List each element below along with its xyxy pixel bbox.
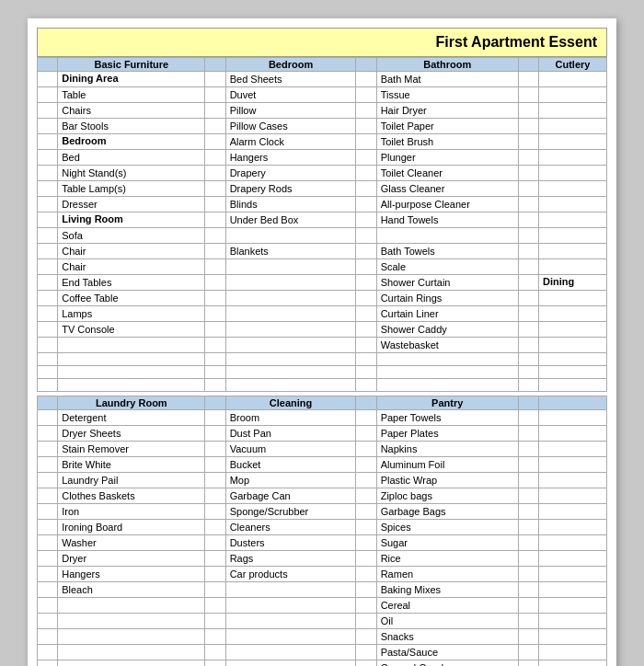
col4-sec2-check <box>518 582 538 598</box>
col4-cell <box>538 212 606 228</box>
col2-check <box>205 379 225 392</box>
table-row: Dining AreaBed SheetsBath Mat <box>38 72 607 87</box>
laundry-check <box>38 473 58 488</box>
col4-check <box>518 338 538 353</box>
col4-sec2-cell <box>538 582 606 598</box>
col3-check <box>356 150 376 166</box>
cleaning-cell: Sponge/Scrubber <box>225 504 356 520</box>
col4-check <box>518 244 538 259</box>
col4-check <box>518 166 538 181</box>
laundry-check <box>38 457 58 473</box>
col3-check <box>356 166 376 181</box>
col4-sec2-cell <box>538 660 606 667</box>
col4-check <box>518 87 538 103</box>
cleaning-check <box>205 410 225 426</box>
col1-cell <box>58 338 205 353</box>
cleaning-check <box>205 535 225 551</box>
col3-check <box>356 87 376 103</box>
col4-cell <box>538 228 606 244</box>
table-row <box>38 366 607 379</box>
col2-header: Bedroom <box>225 58 356 72</box>
col4-sec2-cell <box>538 504 606 520</box>
cleaning-cell <box>225 598 356 614</box>
table-row: ChairsPillowHair Dryer <box>38 103 607 119</box>
col2-cell <box>225 366 356 379</box>
col4-check <box>518 275 538 291</box>
col1-cell: TV Console <box>58 322 205 338</box>
cleaning-header: Cleaning <box>225 396 356 410</box>
col3-cell <box>376 379 518 392</box>
col4-sec2-cell <box>538 551 606 567</box>
table-row: Wastebasket <box>38 338 607 353</box>
col1-cell: Dresser <box>58 197 205 212</box>
col2-cell <box>225 322 356 338</box>
cleaning-check <box>205 567 225 582</box>
table-row: WasherDustersSugar <box>38 535 607 551</box>
col1-check <box>38 366 58 379</box>
cleaning-check <box>205 457 225 473</box>
table-row: Snacks <box>38 629 607 645</box>
laundry-cell: Ironing Board <box>58 520 205 535</box>
pantry-check <box>356 567 376 582</box>
col3-cell: Curtain Rings <box>376 291 518 306</box>
col1-cell: Bedroom <box>58 134 205 150</box>
col4-check <box>518 72 538 87</box>
laundry-cell: Iron <box>58 504 205 520</box>
col3-cell: Curtain Liner <box>376 306 518 322</box>
col1-cell <box>58 353 205 366</box>
col2-check <box>205 366 225 379</box>
col1-check <box>38 291 58 306</box>
col2-cell <box>225 353 356 366</box>
col3-cell: Hand Towels <box>376 212 518 228</box>
col3-cell: Glass Cleaner <box>376 181 518 197</box>
table-row: LampsCurtain Liner <box>38 306 607 322</box>
pantry-cell: Sugar <box>376 535 518 551</box>
col4-cell <box>538 322 606 338</box>
col3-cell <box>376 228 518 244</box>
col2-check <box>205 275 225 291</box>
col4-sec2-check <box>518 614 538 629</box>
table-row: IronSponge/ScrubberGarbage Bags <box>38 504 607 520</box>
col2-cell: Blinds <box>225 197 356 212</box>
table-row: Ironing BoardCleanersSpices <box>38 520 607 535</box>
pantry-check <box>356 442 376 457</box>
col4-check <box>518 134 538 150</box>
col3-check <box>356 181 376 197</box>
pantry-cell: Rice <box>376 551 518 567</box>
laundry-check <box>38 660 58 667</box>
pantry-cell: Aluminum Foil <box>376 457 518 473</box>
col4-check <box>518 197 538 212</box>
col1-cell: Chair <box>58 259 205 275</box>
col1-cell: Lamps <box>58 306 205 322</box>
col3-cell: Wastebasket <box>376 338 518 353</box>
laundry-cell: Detergent <box>58 410 205 426</box>
col2-cell <box>225 228 356 244</box>
col4-sec2-check <box>518 660 538 667</box>
col3-cell: Bath Towels <box>376 244 518 259</box>
col1-check <box>38 212 58 228</box>
col1-check <box>38 353 58 366</box>
col4-check <box>518 228 538 244</box>
col4-cell <box>538 244 606 259</box>
col1-cell: Table Lamp(s) <box>58 181 205 197</box>
col2-cell: Hangers <box>225 150 356 166</box>
col4-sec2-check <box>518 645 538 660</box>
col2-check <box>205 322 225 338</box>
pantry-check <box>356 598 376 614</box>
pantry-check <box>356 504 376 520</box>
laundry-check <box>38 598 58 614</box>
col2-cell <box>225 306 356 322</box>
laundry-check <box>38 551 58 567</box>
pantry-cell: Oil <box>376 614 518 629</box>
col4-check <box>518 212 538 228</box>
laundry-cell: Washer <box>58 535 205 551</box>
col1-check <box>38 259 58 275</box>
cleaning-cell: Broom <box>225 410 356 426</box>
pantry-check <box>356 582 376 598</box>
col3-cell: Shower Caddy <box>376 322 518 338</box>
table-row: Pasta/Sauce <box>38 645 607 660</box>
col4-sec2-check <box>518 551 538 567</box>
pantry-cell: Spices <box>376 520 518 535</box>
col3-check <box>356 119 376 134</box>
col1-check <box>38 72 58 87</box>
